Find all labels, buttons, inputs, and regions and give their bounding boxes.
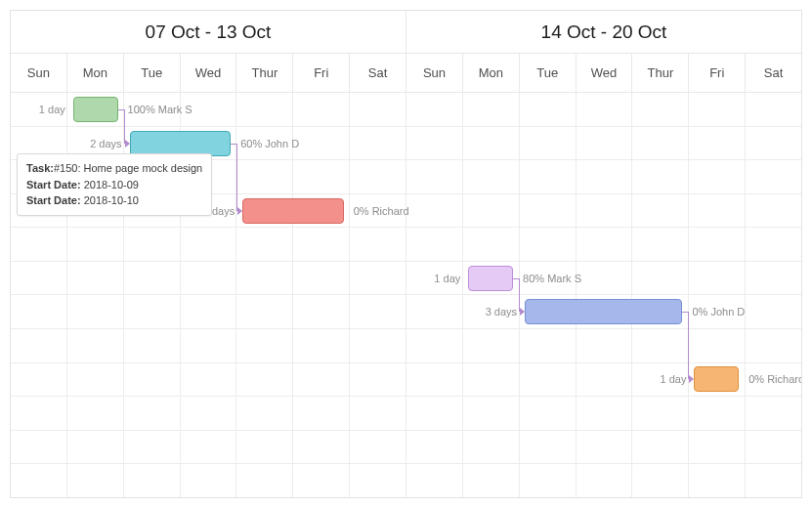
task-meta-label: 80% Mark S — [523, 273, 581, 284]
day-label: Sat — [350, 54, 406, 92]
gantt-bar[interactable] — [242, 198, 344, 224]
task-meta-label: 60% John D — [240, 138, 299, 149]
day-label: Tue — [520, 54, 577, 92]
gantt-bar[interactable] — [130, 131, 232, 156]
day-label: Wed — [577, 54, 633, 92]
task-meta-label: 0% John D — [692, 306, 745, 318]
gantt-bar[interactable] — [468, 266, 513, 291]
task-duration-label: 1 day — [19, 104, 65, 115]
gantt-grid: 1 day100% Mark S2 days60% John D2 days0%… — [11, 93, 801, 497]
day-label: Tue — [124, 54, 181, 92]
task-duration-label: 1 day — [639, 373, 686, 385]
day-label: Sun — [406, 54, 463, 92]
week-range-2: 14 Oct - 20 Oct — [406, 11, 801, 53]
gantt-bar[interactable] — [73, 97, 118, 122]
day-label: Sun — [11, 54, 67, 92]
gantt-day-header: Sun Mon Tue Wed Thur Fri Sat Sun Mon Tue… — [11, 54, 801, 93]
day-label: Fri — [689, 54, 746, 92]
day-label: Mon — [67, 54, 124, 92]
dependency-connector — [519, 278, 520, 313]
dependency-connector — [688, 312, 689, 379]
dependency-connector — [682, 312, 688, 313]
day-label: Sat — [746, 54, 801, 92]
gantt-week-header: 07 Oct - 13 Oct 14 Oct - 20 Oct — [11, 11, 801, 54]
task-duration-label: 1 day — [413, 273, 460, 284]
day-label: Fri — [293, 54, 350, 92]
day-label: Mon — [463, 54, 520, 92]
dependency-connector — [236, 144, 237, 211]
gantt-bar[interactable] — [525, 299, 682, 324]
dependency-connector — [231, 144, 236, 145]
gantt-bar[interactable] — [694, 366, 739, 392]
task-meta-label: 0% Richard — [748, 373, 802, 385]
day-label: Thur — [236, 54, 293, 92]
task-duration-label: 2 days — [75, 138, 122, 149]
task-meta-label: 100% Mark S — [128, 104, 192, 115]
task-tooltip: Task:#150: Home page mock designStart Da… — [17, 153, 212, 216]
dependency-connector — [513, 278, 519, 279]
week-range-1: 07 Oct - 13 Oct — [11, 11, 406, 53]
day-label: Wed — [181, 54, 237, 92]
task-duration-label: 3 days — [470, 306, 517, 318]
dependency-connector — [118, 109, 124, 110]
gantt-chart: 07 Oct - 13 Oct 14 Oct - 20 Oct Sun Mon … — [10, 10, 802, 498]
day-label: Thur — [632, 54, 689, 92]
dependency-connector — [124, 109, 125, 144]
task-meta-label: 0% Richard — [354, 205, 409, 217]
